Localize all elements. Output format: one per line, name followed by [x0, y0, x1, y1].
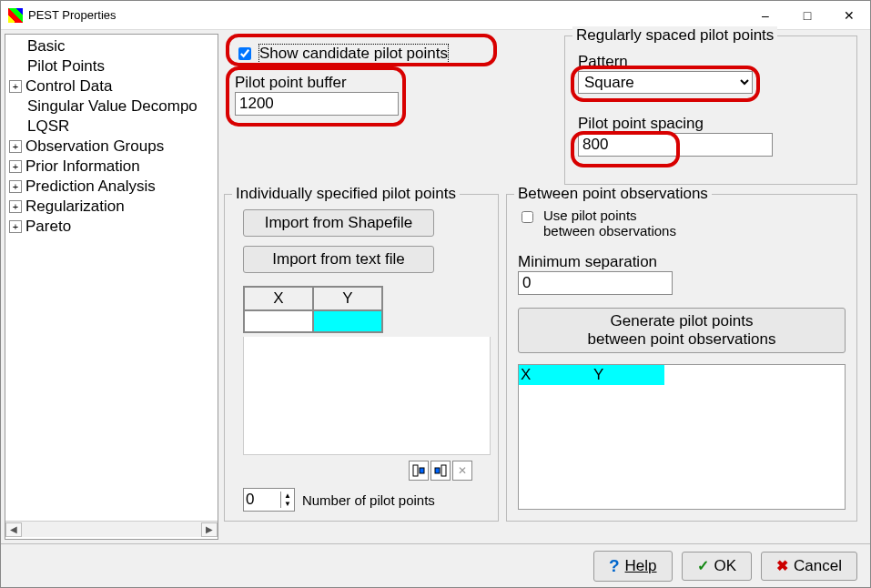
svg-rect-3: [441, 465, 446, 476]
app-icon: [8, 8, 23, 23]
tree-item-svd[interactable]: Singular Value Decompo: [5, 96, 218, 117]
add-row-button[interactable]: [430, 461, 451, 481]
show-candidate-row: Show candidate pilot points: [235, 45, 448, 63]
scroll-right-icon[interactable]: ▶: [201, 522, 218, 537]
group-individual-legend: Individually specified pilot points: [232, 185, 460, 203]
pilot-count-spinner[interactable]: ▲ ▼: [243, 488, 295, 512]
tree-item-observation-groups[interactable]: +Observation Groups: [5, 137, 218, 157]
use-pilot-label: Use pilot points between observations: [543, 208, 676, 238]
tree-item-pareto[interactable]: +Pareto: [5, 217, 218, 237]
between-table[interactable]: X Y: [518, 364, 846, 510]
nav-tree: Basic Pilot Points +Control Data Singula…: [5, 34, 218, 540]
cancel-icon: ✖: [776, 557, 788, 574]
check-icon: ✓: [697, 557, 709, 574]
minimize-button[interactable]: –: [744, 1, 786, 29]
delete-row-button[interactable]: ✕: [452, 461, 472, 481]
cell-x[interactable]: [244, 310, 313, 332]
content-pane: Show candidate pilot points Pilot point …: [218, 30, 870, 543]
individual-table[interactable]: X Y: [243, 286, 383, 333]
show-candidate-checkbox[interactable]: [238, 47, 251, 60]
spin-up-icon[interactable]: ▲: [280, 492, 294, 500]
col-header-y: Y: [313, 287, 382, 310]
min-sep-input[interactable]: [518, 271, 673, 295]
buffer-label: Pilot point buffer: [235, 74, 399, 92]
buffer-input[interactable]: [235, 92, 399, 116]
bpo-col-y: Y: [592, 365, 664, 385]
svg-rect-2: [435, 468, 440, 473]
maximize-button[interactable]: □: [786, 1, 828, 29]
group-regular-legend: Regularly spaced pilot points: [572, 26, 777, 45]
close-button[interactable]: ✕: [828, 1, 870, 29]
generate-button[interactable]: Generate pilot points between point obse…: [518, 308, 846, 353]
window: PEST Properties – □ ✕ Basic Pilot Points…: [0, 0, 871, 588]
tree-item-control-data[interactable]: +Control Data: [5, 76, 218, 96]
expander-icon[interactable]: +: [9, 180, 22, 193]
cell-y-selected[interactable]: [313, 310, 382, 332]
svg-rect-0: [413, 465, 418, 476]
dialog-body: Basic Pilot Points +Control Data Singula…: [1, 30, 870, 587]
expander-icon[interactable]: +: [9, 160, 22, 173]
help-icon: ?: [609, 556, 620, 576]
min-sep-label: Minimum separation: [518, 253, 673, 271]
bpo-col-x: X: [519, 365, 592, 385]
tree-item-regularization[interactable]: +Regularization: [5, 197, 218, 217]
cancel-button[interactable]: ✖ Cancel: [761, 552, 857, 581]
col-header-x: X: [244, 287, 313, 310]
pilot-count-label: Number of pilot points: [302, 492, 435, 508]
ok-button[interactable]: ✓ OK: [682, 552, 753, 581]
tree-item-prior-information[interactable]: +Prior Information: [5, 157, 218, 177]
import-textfile-button[interactable]: Import from text file: [243, 246, 434, 273]
dialog-footer: ? Help ✓ OK ✖ Cancel: [1, 543, 870, 587]
tree-hscroll[interactable]: ◀ ▶: [5, 521, 218, 537]
group-between-legend: Between point observations: [514, 185, 712, 203]
scroll-left-icon[interactable]: ◀: [5, 522, 22, 537]
pilot-count-input[interactable]: [244, 489, 280, 511]
tree-item-prediction-analysis[interactable]: +Prediction Analysis: [5, 177, 218, 197]
use-pilot-checkbox[interactable]: [522, 211, 533, 223]
group-between: Between point observations Use pilot poi…: [506, 194, 857, 522]
spin-down-icon[interactable]: ▼: [280, 500, 294, 508]
import-shapefile-button[interactable]: Import from Shapefile: [243, 209, 434, 237]
svg-rect-1: [420, 468, 424, 473]
show-candidate-label: Show candidate pilot points: [259, 45, 448, 63]
pattern-label: Pattern: [578, 53, 753, 71]
pattern-select[interactable]: Square: [578, 71, 753, 94]
tree-item-lqsr[interactable]: LQSR: [5, 117, 218, 137]
spacing-label: Pilot point spacing: [578, 115, 773, 133]
help-button[interactable]: ? Help: [593, 551, 673, 582]
window-title: PEST Properties: [28, 8, 744, 22]
group-regular: Regularly spaced pilot points Pattern Sq…: [564, 35, 857, 185]
spacing-input[interactable]: [578, 133, 773, 157]
expander-icon[interactable]: +: [9, 80, 22, 93]
expander-icon[interactable]: +: [9, 140, 22, 153]
expander-icon[interactable]: +: [9, 200, 22, 213]
expander-icon[interactable]: +: [9, 220, 22, 233]
group-individual: Individually specified pilot points Impo…: [224, 194, 499, 522]
individual-table-body[interactable]: [243, 337, 491, 455]
insert-row-button[interactable]: [409, 461, 429, 481]
tree-item-basic[interactable]: Basic: [5, 36, 218, 56]
tree-item-pilot-points[interactable]: Pilot Points: [5, 56, 218, 76]
